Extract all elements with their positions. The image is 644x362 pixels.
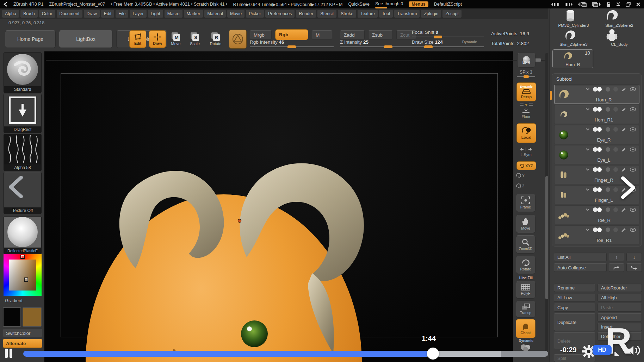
menu-picker[interactable]: Picker	[246, 10, 264, 18]
monster-eye[interactable]	[241, 320, 268, 347]
flip-icon[interactable]	[586, 208, 590, 211]
minimize-icon[interactable]	[616, 2, 621, 6]
video-prev-icon[interactable]	[6, 175, 25, 199]
z-intensity-handle[interactable]	[384, 45, 392, 48]
current-brush-selector[interactable]: Standard	[4, 52, 42, 93]
tool-cylinder-thumbnail[interactable]	[563, 8, 578, 23]
lsym-button[interactable]: L.Sym	[516, 147, 536, 157]
visibility-eye-icon[interactable]	[630, 147, 636, 152]
polypaint-toggle-icon[interactable]	[593, 227, 602, 232]
edit-mode-button[interactable]: Edit	[129, 30, 146, 48]
menu-file[interactable]: File	[116, 10, 128, 18]
z-intensity-slider[interactable]: Z Intensity 25	[340, 39, 416, 47]
divider-right-icon[interactable]	[564, 2, 573, 7]
move-mode-button[interactable]: M Move	[168, 32, 184, 46]
paste-button[interactable]: Paste	[597, 304, 642, 312]
dock-right-icon[interactable]	[592, 2, 601, 7]
uv-toggle-icon[interactable]	[606, 107, 610, 112]
pause-button[interactable]	[5, 349, 8, 358]
mask-toggle-icon[interactable]	[613, 147, 618, 152]
polypaint-toggle-icon[interactable]	[593, 187, 602, 192]
video-progress-bar[interactable]	[23, 351, 548, 357]
see-through-slider[interactable]: See-through 0	[375, 1, 403, 7]
all-high-button[interactable]: All High	[597, 294, 642, 302]
quicksave-button[interactable]: QuickSave	[348, 2, 370, 7]
uv-toggle-icon[interactable]	[606, 127, 610, 132]
bpr-render-button[interactable]: BPR	[517, 53, 535, 68]
all-low-button[interactable]: All Low	[554, 294, 595, 302]
mask-toggle-icon[interactable]	[613, 167, 618, 172]
mrgb-toggle[interactable]: Mrgb	[250, 30, 272, 39]
zadd-toggle[interactable]: Zadd	[340, 30, 365, 39]
menu-zscript[interactable]: Zscript	[442, 10, 462, 18]
menu-marker[interactable]: Marker	[184, 10, 203, 18]
color-marker[interactable]	[24, 277, 28, 282]
tool-name[interactable]: Skin_ZSphere3	[552, 42, 595, 46]
subtool-header[interactable]: Subtool	[556, 76, 572, 82]
local-symmetry-button[interactable]: Local	[516, 123, 536, 143]
menu-zplugin[interactable]: Zplugin	[421, 10, 441, 18]
menu-light[interactable]: Light	[148, 10, 163, 18]
menu-material[interactable]: Material	[204, 10, 225, 18]
menu-edit[interactable]: Edit	[101, 10, 114, 18]
tool-body-thumbnail[interactable]	[605, 28, 619, 42]
menu-color[interactable]: Color	[39, 10, 55, 18]
draw-size-handle[interactable]	[424, 45, 433, 48]
flip-icon[interactable]	[586, 108, 590, 111]
dynamic-draw-size-toggle[interactable]: Dynamic	[462, 40, 477, 44]
switch-color-button[interactable]: SwitchColor	[3, 329, 42, 337]
secondary-color-swatch[interactable]	[23, 307, 42, 327]
paint-brush-icon[interactable]	[621, 227, 626, 232]
menu-document[interactable]: Document	[57, 10, 82, 18]
zsub-toggle[interactable]: Zsub	[368, 30, 393, 39]
current-material-selector[interactable]: ReflectedPlasticE	[4, 216, 42, 254]
spix-slider[interactable]: SPix 3	[516, 70, 536, 78]
main-color-swatch[interactable]	[3, 307, 21, 327]
draw-mode-button[interactable]: Draw	[149, 30, 166, 48]
menu-layer[interactable]: Layer	[130, 10, 146, 18]
frame-button[interactable]: Frame	[516, 194, 535, 212]
auto-reorder-button[interactable]: AutoReorder	[597, 284, 642, 292]
rotate-mode-button[interactable]: R Rotate	[208, 32, 224, 46]
fullscreen-icon[interactable]	[614, 345, 626, 357]
flip-icon[interactable]	[586, 88, 590, 91]
tool-name[interactable]: Skin_ZSphere2	[597, 23, 642, 27]
paint-brush-icon[interactable]	[621, 147, 626, 152]
subtool-row[interactable]: Eye_R	[554, 125, 639, 144]
menu-alpha[interactable]: Alpha	[2, 10, 19, 18]
visibility-eye-icon[interactable]	[630, 107, 636, 112]
tool-zsphere3-thumbnail[interactable]	[563, 29, 577, 42]
floor-button[interactable]: Floor	[516, 108, 536, 119]
monster-model[interactable]	[44, 51, 513, 362]
polypaint-toggle-icon[interactable]	[593, 147, 602, 152]
subtool-up-button[interactable]: ↑	[609, 253, 624, 261]
menu-transform[interactable]: Transform	[394, 10, 420, 18]
menu-stroke[interactable]: Stroke	[338, 10, 356, 18]
paint-brush-icon[interactable]	[621, 167, 626, 172]
rgb-intensity-slider[interactable]: Rgb Intensity 46	[250, 39, 334, 47]
visibility-eye-icon[interactable]	[630, 87, 636, 92]
subtool-row[interactable]: Toe_R	[554, 205, 639, 224]
default-zscript-button[interactable]: DefaultZScript	[434, 2, 462, 7]
color-picker[interactable]	[4, 254, 42, 296]
menu-movie[interactable]: Movie	[227, 10, 244, 18]
paint-brush-icon[interactable]	[621, 87, 626, 92]
paint-brush-icon[interactable]	[621, 107, 626, 112]
flip-icon[interactable]	[586, 148, 590, 151]
move-up-arrow-button[interactable]	[609, 263, 624, 272]
rotate-y-button[interactable]: Y	[516, 173, 536, 178]
close-icon[interactable]	[636, 2, 640, 7]
lightbox-button[interactable]: LightBox	[59, 30, 113, 48]
mask-toggle-icon[interactable]	[613, 227, 618, 232]
flip-icon[interactable]	[586, 128, 590, 131]
zoom3d-button[interactable]: Zoom3D	[516, 235, 535, 254]
menu-stencil[interactable]: Stencil	[317, 10, 336, 18]
polypaint-toggle-icon[interactable]	[593, 87, 602, 92]
move-canvas-button[interactable]: Move	[516, 215, 535, 233]
uv-toggle-icon[interactable]	[606, 207, 610, 212]
uv-toggle-icon[interactable]	[606, 227, 610, 232]
rotate-canvas-button[interactable]: Rotate	[516, 256, 535, 274]
menu-macro[interactable]: Macro	[165, 10, 182, 18]
dock-left-icon[interactable]	[578, 2, 587, 7]
rgb-intensity-handle[interactable]	[287, 45, 296, 48]
